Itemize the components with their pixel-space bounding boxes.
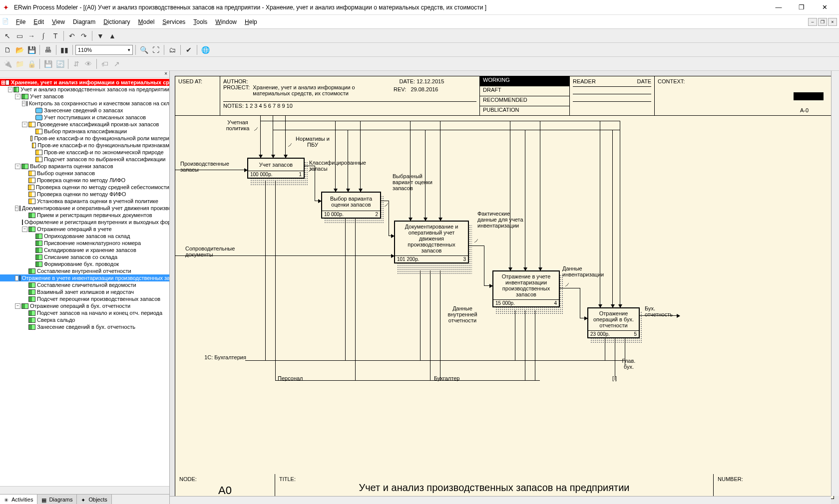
model-explorer-button[interactable]: 🗂 <box>167 44 178 55</box>
menu-view[interactable]: View <box>48 16 69 27</box>
box-vybor-varianta[interactable]: Выбор варианта оценки запасов 10 000р.2 <box>321 192 381 219</box>
goto-parent-button[interactable]: ▲ <box>107 30 118 41</box>
tree-node[interactable]: −Выбор варианта оценки запасов <box>0 163 169 170</box>
menu-file[interactable]: File <box>12 16 29 27</box>
tree-node[interactable]: −Учет и анализ производственных запасов … <box>0 86 169 93</box>
arrow-tool[interactable]: → <box>26 30 37 41</box>
spell-check-button[interactable]: ✔ <box>183 44 194 55</box>
tree-node[interactable]: Подсчет переоценки производственных запа… <box>0 295 169 302</box>
globe-button[interactable]: 🌐 <box>200 44 211 55</box>
tree-node[interactable]: Формирование бух. проводок <box>0 260 169 267</box>
tree-node[interactable]: Пров-ие классиф-и по функциональным приз… <box>0 142 169 149</box>
mm-open[interactable]: 📁 <box>14 58 25 69</box>
canvas-h-scrollbar[interactable] <box>170 496 831 504</box>
mdi-close[interactable]: × <box>828 18 837 26</box>
tree-node[interactable]: Оформление и регистрация внутренних и вы… <box>0 219 169 226</box>
tree-node[interactable]: −Отражение операций в бух. отчетности <box>0 302 169 309</box>
tree-node[interactable]: −Документирование и оперативный учет дви… <box>0 205 169 212</box>
mdi-restore[interactable]: ❐ <box>818 18 827 26</box>
tree-node[interactable]: Проверка оценки по методу ФИФО <box>0 191 169 198</box>
goto-child-button[interactable]: ▼ <box>95 30 106 41</box>
activity-box-tool[interactable]: ▭ <box>14 30 25 41</box>
tree-node[interactable]: Занесение сведений о запасах <box>0 107 169 114</box>
activity-tree[interactable]: ⊞Хранение, учет и анализ информации о ма… <box>0 78 169 486</box>
canvas-v-scrollbar[interactable] <box>831 71 839 496</box>
tree-node[interactable]: −Учет запасов <box>0 93 169 100</box>
mm-merge[interactable]: ⇵ <box>71 58 82 69</box>
zoom-fit-button[interactable]: ⛶ <box>150 44 161 55</box>
save-button[interactable]: 💾 <box>26 44 37 55</box>
squiggle-tool[interactable]: ∫ <box>38 30 49 41</box>
menu-tools[interactable]: Tools <box>189 16 211 27</box>
tree-node[interactable]: Подсчет запасов на начало и конец отч. п… <box>0 309 169 316</box>
idef-header: USED AT: AUTHOR: DATE: 12.12.2015 PROJEC… <box>175 76 834 116</box>
tree-node[interactable]: Сверка сальдо <box>0 316 169 323</box>
menu-services[interactable]: Services <box>158 16 189 27</box>
text-tool[interactable]: T <box>50 30 61 41</box>
tab-activities[interactable]: ✳Activities <box>0 495 37 504</box>
mm-submit[interactable]: ↗ <box>111 58 122 69</box>
tree-node[interactable]: Оприходование запасов на склад <box>0 233 169 240</box>
menu-diagram[interactable]: Diagram <box>69 16 99 27</box>
tree-node[interactable]: −Отражение операций в учете <box>0 226 169 233</box>
tree-node[interactable]: Пров-ие классиф-и по экономической приро… <box>0 149 169 156</box>
tree-node[interactable]: Установка варианта оценки в учетной поли… <box>0 198 169 205</box>
mm-lock[interactable]: 🔒 <box>26 58 37 69</box>
menu-dictionary[interactable]: Dictionary <box>99 16 134 27</box>
tree-node[interactable]: Пров-ие классиф-и по функциональной роли… <box>0 135 169 142</box>
mm-refresh[interactable]: 🔄 <box>54 58 65 69</box>
tree-node[interactable]: Составление внутренней отчетности <box>0 267 169 274</box>
idef-canvas-area[interactable]: Учетная политика Нормативы и ПБУ Произво… <box>175 116 834 479</box>
doc-icon: 📄 <box>2 18 10 26</box>
zoom-in-button[interactable]: 🔍 <box>138 44 149 55</box>
pointer-tool[interactable]: ↖ <box>2 30 13 41</box>
tree-node[interactable]: Проверка оценки по методу средней себест… <box>0 184 169 191</box>
redo-button[interactable]: ↷ <box>78 30 89 41</box>
diagram-canvas[interactable]: USED AT: AUTHOR: DATE: 12.12.2015 PROJEC… <box>170 71 839 504</box>
undo-button[interactable]: ↶ <box>66 30 77 41</box>
tree-node[interactable]: Взаимный зачет излишков и недостач <box>0 288 169 295</box>
tree-node[interactable]: Занесение сведений в бух. отчетность <box>0 323 169 330</box>
open-button[interactable]: 📂 <box>14 44 25 55</box>
mm-save[interactable]: 💾 <box>42 58 53 69</box>
tree-node[interactable]: Составление сличительной ведомости <box>0 281 169 288</box>
tree-h-scrollbar[interactable] <box>0 486 169 494</box>
window-title: ERwin Process Modeler - [(A0) Учет и ана… <box>14 4 767 11</box>
maximize-button[interactable]: ❐ <box>790 0 813 15</box>
tree-node[interactable]: −Контроль за сохранностью и качеством за… <box>0 100 169 107</box>
tree-node[interactable]: Выбор оценки запасов <box>0 170 169 177</box>
tree-node[interactable]: Складирование и хранение запасов <box>0 247 169 253</box>
menu-help[interactable]: Help <box>241 16 261 27</box>
minimize-button[interactable]: — <box>767 0 790 15</box>
mdi-minimize[interactable]: – <box>808 18 817 26</box>
tree-root[interactable]: ⊞Хранение, учет и анализ информации о ма… <box>0 79 169 86</box>
tree-node[interactable]: Проверка оценки по методу ЛИФО <box>0 177 169 184</box>
box-uchet-zapasov[interactable]: Учет запасов 100 000р.1 <box>247 158 305 179</box>
tree-node-selected[interactable]: −Отражение в учете инвентаризации произв… <box>0 274 169 281</box>
mm-connect[interactable]: 🔌 <box>2 58 13 69</box>
zoom-combo[interactable]: 110% <box>75 45 133 55</box>
tab-objects[interactable]: ✦Objects <box>77 495 111 504</box>
tree-node[interactable]: −Проведение классификаций произв-ых запа… <box>0 121 169 128</box>
tree-node[interactable]: Учет поступивших и списанных запасов <box>0 114 169 121</box>
box-dokumentirovanie[interactable]: Документирование и оперативный учет движ… <box>394 221 469 263</box>
new-button[interactable]: 🗋 <box>2 44 13 55</box>
tree-node[interactable]: Списание запасов со склада <box>0 253 169 260</box>
mm-version[interactable]: 🏷 <box>99 58 110 69</box>
print-button[interactable]: 🖶 <box>42 44 53 55</box>
tab-diagrams[interactable]: ▦Diagrams <box>37 495 77 504</box>
box-otrazhenie-invent[interactable]: Отражение в учете инвентаризации произво… <box>492 270 560 307</box>
tree-node[interactable]: Прием и регистрация первичных документов <box>0 212 169 219</box>
menu-model[interactable]: Model <box>134 16 159 27</box>
close-button[interactable]: ✕ <box>813 0 836 15</box>
tree-node[interactable]: Выбор признака классификации <box>0 128 169 135</box>
tree-node[interactable]: Присвоение номенклатурного номера <box>0 240 169 247</box>
tree-node[interactable]: Подсчет запасов по выбранной классификац… <box>0 156 169 163</box>
tree-close-button[interactable]: × <box>0 71 169 78</box>
menu-edit[interactable]: Edit <box>29 16 48 27</box>
mm-review[interactable]: 👁 <box>83 58 94 69</box>
box-otrazhenie-bukh[interactable]: Отражение операций в бух. отчетности 23 … <box>587 307 640 338</box>
menu-window[interactable]: Window <box>211 16 241 27</box>
report-button[interactable]: ▮▮ <box>59 44 70 55</box>
titlebar: ERwin Process Modeler - [(A0) Учет и ана… <box>0 0 839 15</box>
